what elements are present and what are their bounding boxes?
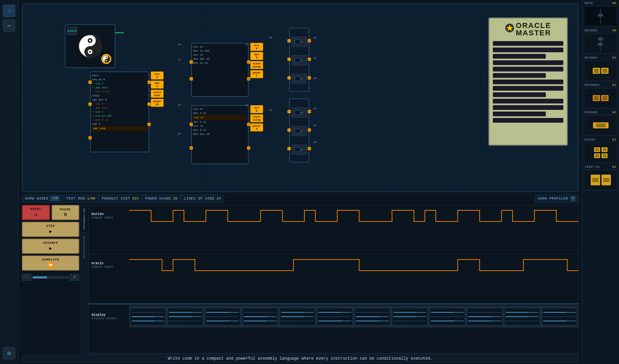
mc4000x-box[interactable]	[584, 88, 617, 108]
top-code-module[interactable]: slx x1 mov x1 dat slx x1 mov dat x3 mov …	[191, 43, 249, 97]
100p14-label: 100P-14	[585, 165, 600, 169]
sidebar-home-btn[interactable]: ⌂	[3, 5, 15, 17]
test-run-value: 1/80	[87, 197, 95, 201]
bridge-slider-thumb2[interactable]	[598, 38, 603, 40]
status-bar: SHOW WIRES TAB TEST RUN 1/80 PRODUCT COS…	[22, 194, 579, 203]
product-cost-label: PRODUCT COST	[102, 197, 130, 201]
reset-icon: ↺	[34, 212, 37, 217]
tab-information[interactable]: INFORMATION	[81, 205, 88, 233]
svg-rect-13	[295, 58, 300, 62]
dx300-chip-bot2	[601, 153, 608, 158]
signal-section-display: display display output	[89, 304, 578, 354]
oracle-line-10	[493, 99, 563, 103]
100p14-box[interactable]	[584, 170, 617, 190]
dx300-box[interactable]	[584, 143, 617, 163]
note-slider-track	[600, 9, 601, 24]
info-verification-panel: INFORMATION VERIFICATION button simple i…	[81, 205, 579, 354]
rbot-conn-0b: 0	[287, 128, 291, 132]
oracle-line-12	[493, 112, 546, 116]
right-item-dx300: DX300 ¥1	[584, 138, 617, 163]
top-conn-x0: x0	[190, 60, 193, 64]
100p14-price: ¥2	[612, 165, 617, 169]
advance-icon: ▶	[49, 245, 52, 251]
pause-label: PAUSE	[60, 208, 71, 211]
bridge-price: ¥0	[612, 29, 617, 32]
right-item-mc6000: MC6000 ¥5	[584, 111, 617, 135]
reset-pause-row: RESET ↺ PAUSE ⏸	[22, 205, 79, 220]
signal-row-button: button simple input	[89, 207, 578, 225]
circuit-area[interactable]: wait: teq p1 0 + slp 1 + jmp wait - mov …	[22, 3, 579, 192]
yinyang-module[interactable]	[65, 24, 115, 68]
display-signal-label: display display output	[89, 313, 129, 320]
yinyang-top-block	[67, 27, 77, 35]
step-button[interactable]: STEP ▶	[22, 222, 79, 237]
bridge-box[interactable]	[584, 33, 617, 54]
mc6000-chips	[592, 121, 610, 129]
bridge-slider-thumb[interactable]	[598, 43, 603, 46]
oracle-logo-icon	[505, 23, 514, 35]
dx300-price: ¥1	[612, 138, 617, 142]
bot-conn-x2: x2	[247, 146, 250, 150]
mc4000-chip1	[593, 68, 600, 74]
bottom-code-module[interactable]: slx x1 dst 2 x1 slx x1 dst 1 x1 slx x1 d…	[191, 105, 249, 164]
pause-button[interactable]: PAUSE ⏸	[52, 205, 80, 220]
mc4000x-price: ¥3	[612, 84, 617, 87]
top-conn-p1: p1	[247, 60, 250, 64]
main-content: wait: teq p1 0 + slp 1 + jmp wait - mov …	[19, 0, 582, 364]
svg-point-4	[89, 51, 91, 53]
oracle-signal-label: oracle simple input	[89, 262, 129, 269]
oracle-line-3	[493, 54, 546, 59]
right-item-note: NOTE ¥0	[584, 2, 617, 26]
conn-x3-right: x3	[147, 102, 151, 106]
oracle-line-2	[493, 48, 563, 52]
left-sidebar: ⌂ ↩ ⚙	[0, 0, 19, 364]
signal-row-oracle: oracle simple input	[89, 256, 578, 274]
status-show-profiler[interactable]: SHOW PROFILER R	[535, 194, 579, 203]
reg-power: power25	[151, 99, 164, 107]
label-x3-bot: x3	[269, 109, 272, 112]
label-x0-1: x0	[178, 43, 181, 46]
left-registers: acc2 dat0 stateexec power25	[151, 71, 164, 107]
top-code-content: slx x1 mov x1 dat slx x1 mov dat x3 mov …	[192, 43, 248, 66]
simulate-button[interactable]: SIMULATE ⏩	[22, 255, 79, 271]
conn-p1-right: p1	[147, 81, 151, 84]
top-conn-x1: x1	[190, 77, 193, 81]
sidebar-settings-btn[interactable]: ⚙	[3, 347, 15, 359]
volume-minus[interactable]: −	[22, 274, 31, 281]
rtop-conn-r0c: p0	[308, 76, 311, 80]
sidebar-back-btn[interactable]: ↩	[3, 20, 15, 32]
logic-gate-1	[291, 37, 307, 47]
bridge-slider-track	[600, 36, 601, 51]
advance-button[interactable]: ADVANCE ▶	[22, 239, 79, 254]
oracle-line-1	[493, 41, 563, 46]
label-z2-top: z2	[245, 43, 249, 46]
signal-section-oracle: oracle simple input	[89, 254, 578, 304]
top-reg-state: statesleep	[250, 61, 263, 69]
step-icon: ▶	[49, 229, 52, 234]
dx300-chip-top	[594, 147, 600, 152]
right-item-bridge: BRIDGE ¥0	[584, 29, 617, 54]
left-code-module[interactable]: wait: teq p1 0 + slp 1 + jmp wait - mov …	[90, 71, 149, 152]
mc4000-box[interactable]	[584, 61, 617, 81]
reset-button[interactable]: RESET ↺	[22, 205, 50, 220]
oracle-line-8	[493, 86, 563, 91]
rbot-conn-0c: 0	[287, 147, 291, 150]
reg-acc: acc2	[151, 71, 164, 80]
rtop-conn-r0b: p1	[308, 58, 311, 61]
svg-rect-16	[295, 77, 300, 81]
simulate-icon: ⏩	[48, 262, 54, 268]
mc4000-label: MC4000	[585, 56, 597, 60]
svg-point-9	[106, 60, 107, 61]
oracle-line-5	[493, 67, 563, 71]
oracle-signal-type: simple input	[91, 265, 126, 269]
bottom-status-text: Write code in a compact and powerful ass…	[168, 356, 433, 361]
label-p1-top: p1	[313, 56, 317, 59]
test-run-label: TEST RUN	[66, 197, 85, 201]
note-slider-thumb[interactable]	[598, 14, 603, 17]
tab-verification[interactable]: VERIFICATION	[81, 233, 88, 262]
status-show-wires[interactable]: SHOW WIRES TAB	[22, 194, 62, 203]
mc6000-box[interactable]	[584, 115, 617, 135]
note-box[interactable]	[584, 6, 617, 26]
volume-plus[interactable]: +	[70, 274, 79, 281]
display-signal-wave	[129, 306, 578, 328]
